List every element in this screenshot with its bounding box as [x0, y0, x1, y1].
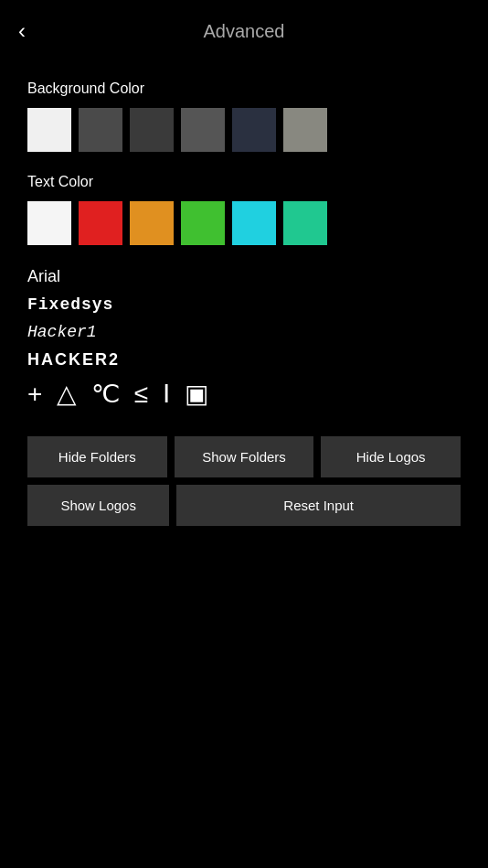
font-hacker2[interactable]: HACKER2	[27, 350, 461, 370]
tc-swatch-cyan[interactable]	[232, 201, 276, 245]
font-hacker1[interactable]: Hacker1	[27, 323, 461, 341]
bg-swatch-gray[interactable]	[283, 108, 327, 152]
hide-logos-button[interactable]: Hide Logos	[321, 436, 461, 477]
back-button[interactable]: ‹	[18, 15, 33, 48]
background-color-row	[27, 108, 461, 152]
bg-swatch-dark2[interactable]	[130, 108, 174, 152]
reset-input-button[interactable]: Reset Input	[176, 485, 461, 526]
show-folders-button[interactable]: Show Folders	[175, 436, 314, 477]
font-symbols[interactable]: + △ ℃ ≤ Ⅰ ▣	[27, 379, 461, 409]
bg-swatch-dark1[interactable]	[79, 108, 122, 152]
tc-swatch-orange[interactable]	[130, 201, 174, 245]
buttons-section: Hide Folders Show Folders Hide Logos Sho…	[27, 436, 461, 526]
page-title: Advanced	[204, 21, 285, 42]
tc-swatch-red[interactable]	[79, 201, 122, 245]
bg-swatch-dark4[interactable]	[232, 108, 276, 152]
text-color-row	[27, 201, 461, 245]
font-fixedsys[interactable]: Fixedsys	[27, 295, 461, 314]
text-color-label: Text Color	[27, 174, 461, 190]
tc-swatch-green[interactable]	[181, 201, 225, 245]
bg-swatch-dark3[interactable]	[181, 108, 225, 152]
bg-swatch-white[interactable]	[27, 108, 71, 152]
background-color-label: Background Color	[27, 80, 461, 97]
hide-folders-button[interactable]: Hide Folders	[27, 436, 167, 477]
tc-swatch-teal[interactable]	[283, 201, 327, 245]
button-row-2: Show Logos Reset Input	[27, 485, 461, 526]
font-arial[interactable]: Arial	[27, 267, 461, 286]
font-section: Arial Fixedsys Hacker1 HACKER2 + △ ℃ ≤ Ⅰ…	[27, 267, 461, 409]
button-row-1: Hide Folders Show Folders Hide Logos	[27, 436, 461, 477]
show-logos-button[interactable]: Show Logos	[27, 485, 169, 526]
content: Background Color Text Color Arial Fixeds…	[0, 62, 488, 544]
header: ‹ Advanced	[0, 0, 488, 62]
tc-swatch-white[interactable]	[27, 201, 71, 245]
